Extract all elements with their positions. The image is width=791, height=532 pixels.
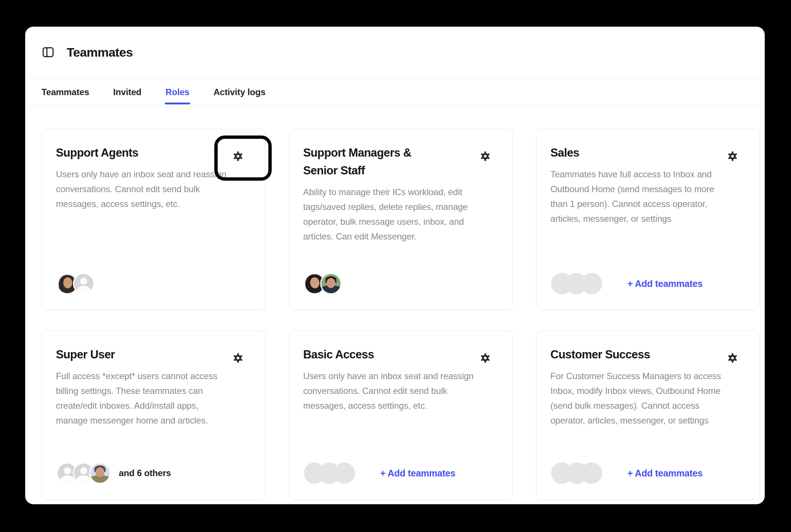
role-members: + Add teammates <box>551 462 703 484</box>
add-teammates-button[interactable]: + Add teammates <box>627 468 703 479</box>
gear-icon <box>232 150 244 162</box>
panel-left-icon <box>42 46 54 58</box>
window-header: Teammates <box>25 27 765 78</box>
tab-invited[interactable]: Invited <box>113 78 141 106</box>
avatar-placeholder <box>581 273 602 294</box>
tab-teammates[interactable]: Teammates <box>41 78 89 106</box>
gear-icon <box>232 352 244 364</box>
role-title: Super User <box>56 346 178 364</box>
role-title: Sales <box>550 144 673 162</box>
role-card-support-agents: Support Agents Users only have an inbox … <box>41 129 265 310</box>
page-title: Teammates <box>67 45 133 60</box>
role-settings-button[interactable] <box>727 150 738 162</box>
role-description: Teammates have full access to Inbox and … <box>550 167 721 226</box>
avatar-placeholder <box>581 462 602 484</box>
role-description: Full access *except* users cannot access… <box>56 369 227 428</box>
role-description: Users only have an inbox seat and reassi… <box>56 167 227 211</box>
role-members <box>57 273 94 294</box>
role-card-customer-success: Customer Success For Customer Success Ma… <box>536 331 760 500</box>
role-settings-button[interactable] <box>479 150 491 162</box>
avatar <box>89 462 111 484</box>
others-count-label: and 6 others <box>119 468 171 478</box>
role-card-super-user: Super User Full access *except* users ca… <box>41 331 265 500</box>
role-title: Support Agents <box>56 144 178 162</box>
role-settings-button[interactable] <box>232 352 244 364</box>
tab-activity-logs[interactable]: Activity logs <box>214 78 266 106</box>
roles-grid: Support Agents Users only have an inbox … <box>41 129 765 500</box>
role-card-sales: Sales Teammates have full access to Inbo… <box>536 129 760 310</box>
tab-roles[interactable]: Roles <box>165 78 190 106</box>
gear-icon <box>727 352 738 364</box>
role-description: Users only have an inbox seat and reassi… <box>303 369 474 413</box>
role-settings-button[interactable] <box>479 352 491 364</box>
gear-icon <box>727 150 738 162</box>
role-members: + Add teammates <box>551 273 703 294</box>
add-teammates-button[interactable]: + Add teammates <box>380 468 455 479</box>
teammates-window: Teammates Teammates Invited Roles Activi… <box>25 27 765 504</box>
role-description: Ability to manage their ICs workload, ed… <box>303 185 474 244</box>
role-members: and 6 others <box>57 462 171 484</box>
role-title: Basic Access <box>303 346 425 364</box>
role-settings-button[interactable] <box>727 352 738 364</box>
gear-icon <box>479 352 491 364</box>
avatar-placeholder <box>334 462 355 484</box>
role-description: For Customer Success Managers to access … <box>550 369 721 428</box>
role-settings-button[interactable] <box>232 150 244 162</box>
role-members <box>304 273 342 294</box>
role-card-support-managers: Support Managers & Senior Staff Ability … <box>289 129 513 310</box>
gear-icon <box>479 150 491 162</box>
avatar-placeholder <box>73 273 94 294</box>
add-teammates-button[interactable]: + Add teammates <box>627 278 703 289</box>
avatar <box>320 273 342 294</box>
tab-bar: Teammates Invited Roles Activity logs <box>25 78 765 106</box>
role-title: Customer Success <box>550 346 673 364</box>
role-members: + Add teammates <box>304 462 455 484</box>
role-title: Support Managers & Senior Staff <box>303 144 425 180</box>
role-card-basic-access: Basic Access Users only have an inbox se… <box>289 331 513 500</box>
